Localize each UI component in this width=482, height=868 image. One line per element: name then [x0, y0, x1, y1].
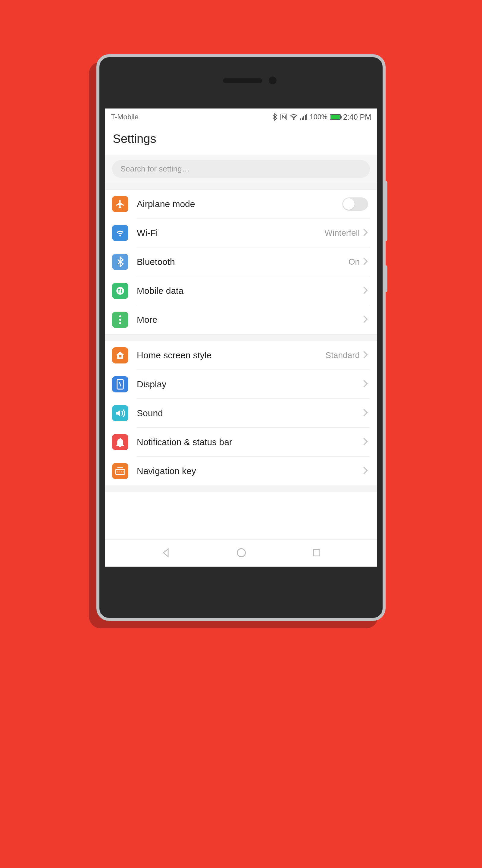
status-bar: T-Mobile 100% 2:40 P	[105, 108, 377, 125]
row-navigation-key[interactable]: Navigation key	[105, 457, 377, 486]
settings-group-device: Home screen style Standard Display	[105, 341, 377, 486]
section-divider	[105, 486, 377, 492]
chevron-right-icon	[363, 408, 368, 418]
chevron-right-icon	[363, 379, 368, 389]
svg-rect-13	[313, 550, 320, 556]
row-notification[interactable]: Notification & status bar	[105, 428, 377, 457]
chevron-right-icon	[363, 437, 368, 447]
row-mobile-data[interactable]: Mobile data	[105, 276, 377, 305]
page-header: Settings	[105, 125, 377, 155]
row-value: Standard	[325, 350, 360, 360]
row-wifi[interactable]: Wi-Fi Winterfell	[105, 218, 377, 247]
chevron-right-icon	[363, 466, 368, 476]
bluetooth-status-icon	[272, 113, 278, 121]
svg-rect-3	[303, 116, 304, 120]
phone-speaker	[223, 79, 262, 83]
navigation-key-icon	[112, 463, 128, 479]
signal-status-icon	[300, 114, 307, 120]
row-label: Bluetooth	[137, 257, 349, 267]
nav-recent-button[interactable]	[303, 545, 330, 562]
chevron-right-icon	[363, 350, 368, 360]
volume-button[interactable]	[384, 181, 387, 241]
row-label: More	[137, 315, 363, 325]
battery-pct-label: 100%	[310, 113, 327, 121]
svg-rect-1	[300, 119, 301, 120]
svg-point-8	[119, 319, 121, 321]
chevron-right-icon	[363, 286, 368, 296]
row-bluetooth[interactable]: Bluetooth On	[105, 247, 377, 276]
nfc-status-icon	[280, 113, 287, 121]
section-divider	[105, 334, 377, 341]
notification-icon	[112, 434, 128, 450]
row-label: Wi-Fi	[137, 228, 324, 238]
airplane-toggle[interactable]	[342, 197, 368, 211]
home-icon	[112, 347, 128, 364]
row-label: Sound	[137, 408, 363, 418]
more-icon	[112, 312, 128, 328]
row-label: Home screen style	[137, 350, 325, 361]
row-sound[interactable]: Sound	[105, 399, 377, 428]
power-button[interactable]	[384, 265, 387, 292]
svg-rect-4	[305, 115, 306, 120]
time-label: 2:40 PM	[343, 113, 371, 121]
svg-point-9	[119, 322, 121, 324]
phone-frame: T-Mobile 100% 2:40 P	[96, 54, 386, 621]
search-wrap: Search for setting…	[105, 155, 377, 183]
row-home-screen-style[interactable]: Home screen style Standard	[105, 341, 377, 370]
svg-rect-2	[302, 118, 303, 120]
row-label: Airplane mode	[137, 199, 342, 209]
page-title: Settings	[113, 132, 369, 146]
battery-icon	[330, 114, 341, 120]
svg-rect-5	[307, 114, 307, 120]
airplane-icon	[112, 196, 128, 212]
row-label: Display	[137, 379, 363, 390]
chevron-right-icon	[363, 257, 368, 267]
wifi-status-icon	[290, 114, 298, 120]
row-label: Notification & status bar	[137, 437, 363, 447]
row-more[interactable]: More	[105, 305, 377, 334]
sound-icon	[112, 405, 128, 421]
section-divider	[105, 183, 377, 190]
row-display[interactable]: Display	[105, 370, 377, 399]
phone-camera	[269, 76, 277, 84]
settings-group-connectivity: Airplane mode Wi-Fi Winterfell	[105, 190, 377, 334]
row-airplane-mode[interactable]: Airplane mode	[105, 190, 377, 218]
mobile-data-icon	[112, 283, 128, 299]
row-label: Mobile data	[137, 286, 363, 296]
carrier-label: T-Mobile	[111, 113, 138, 121]
row-label: Navigation key	[137, 466, 363, 476]
svg-point-12	[237, 549, 246, 557]
android-nav-bar	[105, 539, 377, 567]
nav-home-button[interactable]	[227, 544, 256, 562]
bluetooth-icon	[112, 254, 128, 270]
wifi-icon	[112, 225, 128, 241]
search-input[interactable]: Search for setting…	[112, 160, 370, 178]
row-value: Winterfell	[324, 228, 360, 238]
row-value: On	[349, 257, 360, 267]
chevron-right-icon	[363, 228, 368, 238]
svg-point-7	[119, 315, 121, 317]
chevron-right-icon	[363, 315, 368, 324]
screen: T-Mobile 100% 2:40 P	[105, 108, 377, 567]
nav-back-button[interactable]	[152, 545, 180, 562]
display-icon	[112, 376, 128, 393]
svg-point-6	[116, 287, 124, 295]
